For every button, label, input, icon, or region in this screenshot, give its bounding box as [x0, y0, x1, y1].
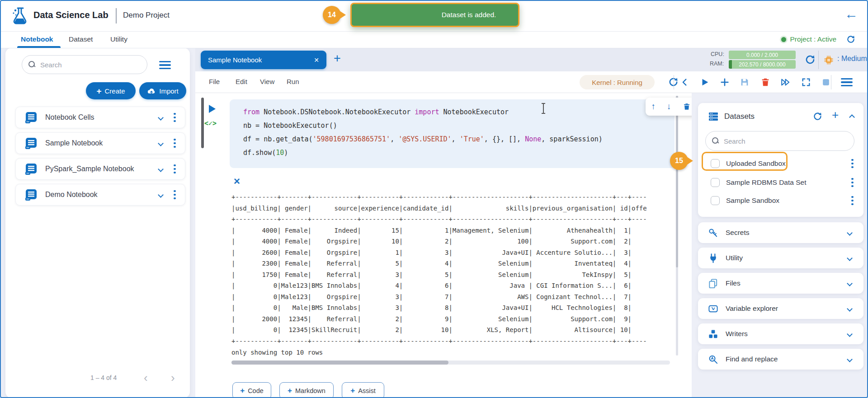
nav-tab-utility[interactable]: Utility — [110, 35, 127, 43]
expand-section-icon[interactable] — [847, 356, 853, 362]
code-cell[interactable]: ↑ ↓ from Notebook.DSNotebook.NotebookExe… — [230, 99, 675, 168]
chevron-down-icon[interactable] — [158, 140, 164, 146]
datasets-refresh-icon[interactable] — [813, 112, 822, 121]
open-notebook-tab[interactable]: Sample Notebook ✕ — [201, 51, 326, 69]
list-menu-icon[interactable] — [159, 61, 171, 69]
item-menu-icon[interactable] — [174, 190, 176, 200]
cell-scrollbar[interactable] — [201, 98, 204, 148]
import-button[interactable]: Import — [139, 82, 186, 99]
notebook-list-item[interactable]: Demo Notebook — [15, 184, 185, 206]
add-tab-button[interactable]: + — [334, 52, 341, 66]
search-replace-icon — [708, 354, 718, 365]
notebook-list-item[interactable]: PySpark_Sample Notebook — [15, 158, 185, 180]
collapse-datasets-icon[interactable] — [849, 114, 855, 120]
chevron-down-icon[interactable] — [158, 166, 164, 172]
notebook-list-item[interactable]: Sample Notebook — [15, 132, 185, 154]
notebooks-search[interactable] — [22, 55, 147, 74]
dataset-item-uploaded-sandbox[interactable]: Uploaded Sandbox — [698, 155, 863, 173]
expand-section-icon[interactable] — [847, 255, 853, 261]
create-button[interactable]: + Create — [86, 82, 136, 99]
delete-cell-icon[interactable] — [760, 77, 770, 87]
dataset-item-sample-rdbms[interactable]: Sample RDBMS Data Set — [698, 173, 863, 192]
search-input[interactable] — [40, 61, 141, 69]
dataset-menu-icon[interactable] — [851, 196, 854, 206]
scrollbar-thumb[interactable] — [231, 361, 448, 365]
section-secrets[interactable]: Secrets — [698, 222, 863, 243]
add-dataset-icon[interactable]: + — [832, 108, 839, 122]
nav-tab-dataset[interactable]: Dataset — [69, 35, 93, 43]
tab-title: Sample Notebook — [208, 56, 314, 64]
item-menu-icon[interactable] — [174, 164, 176, 174]
project-status-text: Project : Active — [790, 35, 836, 43]
datasets-search-input[interactable] — [724, 137, 848, 145]
section-writers[interactable]: Writers — [698, 323, 863, 344]
project-name: Demo Project — [123, 11, 170, 20]
datasets-title: Datasets — [724, 112, 755, 121]
move-cell-up-icon[interactable]: ↑ — [651, 102, 656, 112]
run-cell-icon[interactable] — [700, 77, 710, 87]
add-code-button[interactable]: +Code — [232, 382, 271, 398]
delete-cell-icon[interactable] — [683, 103, 691, 111]
instance-size: : Medium — [837, 55, 867, 63]
back-arrow-icon[interactable]: ← — [844, 6, 858, 22]
menu-file[interactable]: File — [209, 78, 220, 85]
cpu-usage-pill: 0.000 / 2.000 — [729, 51, 796, 59]
section-variable-explorer[interactable]: Variable explorer — [698, 298, 863, 319]
item-menu-icon[interactable] — [174, 113, 176, 122]
expand-section-icon[interactable] — [847, 230, 853, 236]
fullscreen-icon[interactable] — [801, 77, 811, 87]
stop-kernel-icon[interactable] — [821, 77, 831, 87]
expand-section-icon[interactable] — [847, 331, 853, 337]
menu-run[interactable]: Run — [287, 78, 299, 85]
dataset-label: Sample Sandbox — [726, 197, 851, 205]
dataset-menu-icon[interactable] — [851, 159, 854, 169]
dataset-checkbox[interactable] — [711, 196, 720, 205]
datasets-search[interactable] — [705, 131, 854, 151]
dataset-checkbox[interactable] — [711, 178, 720, 187]
section-find-replace[interactable]: Find and replace — [698, 349, 863, 370]
chevron-down-icon[interactable] — [158, 115, 164, 121]
add-markdown-button[interactable]: +Markdown — [279, 382, 334, 398]
dataset-checkbox[interactable] — [711, 159, 720, 168]
ram-usage-pill: 202.570 / 8000.000 — [729, 60, 796, 69]
dataset-item-sample-sandbox[interactable]: Sample Sandbox — [698, 192, 863, 210]
chevron-down-icon[interactable] — [158, 192, 164, 198]
project-refresh-icon[interactable] — [846, 35, 855, 44]
notebook-list-item[interactable]: Notebook Cells — [15, 107, 185, 128]
dataset-menu-icon[interactable] — [851, 178, 854, 187]
tab-close-icon[interactable]: ✕ — [314, 56, 319, 64]
add-assist-button[interactable]: +Assist — [342, 382, 384, 398]
menu-edit[interactable]: Edit — [236, 78, 247, 85]
divider — [831, 75, 831, 89]
item-menu-icon[interactable] — [174, 139, 176, 148]
scrollbar-thumb[interactable] — [676, 96, 678, 267]
run-all-icon[interactable] — [780, 77, 790, 87]
expand-section-icon[interactable] — [847, 281, 853, 286]
move-cell-down-icon[interactable]: ↓ — [667, 102, 671, 112]
toast-message: Dataset is added. — [442, 11, 496, 19]
datasets-header: Datasets + — [698, 103, 863, 129]
close-output-icon[interactable]: ✕ — [233, 176, 241, 187]
menu-view[interactable]: View — [260, 78, 274, 85]
scroll-left-icon[interactable] — [680, 77, 690, 87]
output-table: +-----------+-------+------------+------… — [231, 192, 647, 346]
expand-section-icon[interactable] — [847, 306, 853, 312]
notebook-item-label: Notebook Cells — [45, 113, 159, 122]
add-cell-icon[interactable] — [720, 77, 730, 87]
toast-dataset-added: Dataset is added. — [350, 3, 519, 27]
title-divider — [116, 8, 117, 23]
page-next-icon[interactable]: › — [171, 371, 175, 385]
section-utility[interactable]: Utility — [698, 248, 863, 268]
section-files[interactable]: Files — [698, 273, 863, 294]
code-editor[interactable]: from Notebook.DSNotebook.NotebookExecuto… — [243, 105, 603, 159]
ram-label: RAM: — [710, 61, 724, 67]
resources-refresh-icon[interactable] — [805, 54, 816, 65]
text-cursor — [543, 104, 544, 113]
page-prev-icon[interactable]: ‹ — [144, 371, 148, 385]
nav-tab-notebook[interactable]: Notebook — [21, 35, 53, 43]
run-cell-gutter-icon[interactable] — [209, 105, 216, 113]
kernel-status: Kernel : Running — [580, 75, 655, 89]
primary-nav: Notebook Dataset Utility Project : Activ… — [0, 32, 868, 48]
save-icon[interactable] — [740, 77, 750, 87]
toolbar-menu-icon[interactable] — [841, 78, 853, 86]
